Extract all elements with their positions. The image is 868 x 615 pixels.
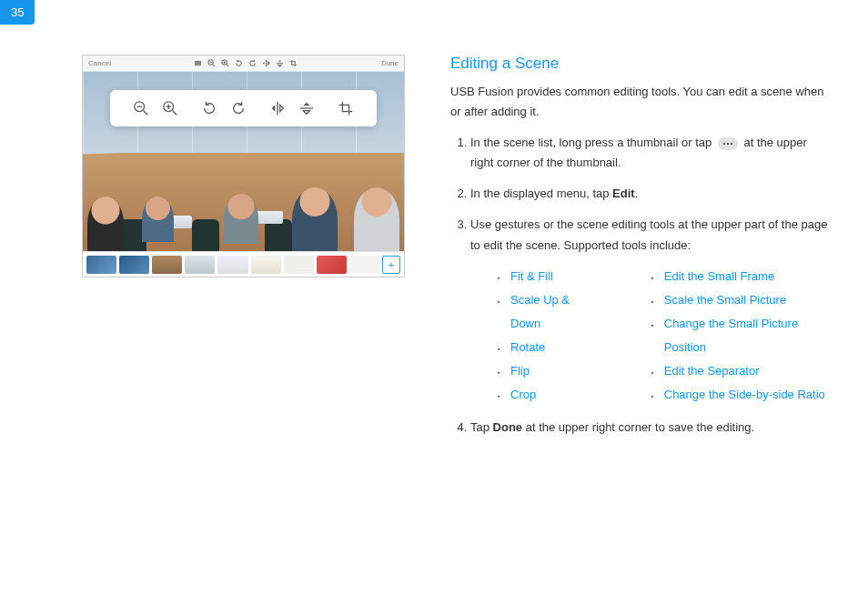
rotate-cw-icon: [230, 100, 247, 116]
thumbnail: [119, 256, 149, 274]
scene-thumbnails: +: [83, 251, 404, 277]
step-3: Use gestures or the scene editing tools …: [470, 215, 832, 406]
rotate-ccw-icon: [235, 59, 243, 67]
thumbnail: [185, 256, 215, 274]
section-heading: Editing a Scene: [450, 55, 832, 73]
svg-rect-0: [195, 61, 201, 66]
done-keyword: Done: [493, 420, 523, 434]
cancel-label: Cancel: [88, 59, 111, 67]
tool-link[interactable]: Scale the Small Picture: [664, 293, 786, 307]
thumbnail: [251, 256, 281, 274]
tool-link[interactable]: Fit & Fill: [510, 269, 553, 283]
rotate-cw-icon: [248, 59, 257, 67]
editor-topbar: Cancel Done: [83, 55, 404, 72]
thumbnail: [349, 256, 379, 274]
tool-link[interactable]: Change the Small Picture Position: [664, 317, 798, 354]
step-text: Tap: [470, 420, 493, 434]
page-content: Cancel Done: [0, 0, 868, 449]
svg-point-20: [727, 143, 729, 145]
step-1: In the scene list, long press a thumbnai…: [470, 133, 832, 173]
tool-link-item: Change the Side-by-side Ratio: [651, 383, 832, 407]
zoom-out-icon: [133, 100, 149, 116]
text-column: Editing a Scene USB Fusion provides comm…: [450, 55, 832, 449]
figure-column: Cancel Done: [82, 55, 405, 449]
tool-link-item: Scale Up & Down: [498, 288, 597, 336]
rotate-ccw-icon: [201, 100, 217, 116]
tool-link-item: Edit the Small Frame: [651, 265, 832, 288]
zoom-out-icon: [207, 59, 216, 67]
tool-link[interactable]: Scale Up & Down: [510, 293, 570, 330]
tool-link[interactable]: Crop: [510, 388, 536, 401]
crop-icon: [338, 100, 354, 116]
tools-link-grid: Fit & Fill Scale Up & Down Rotate Flip C…: [498, 265, 832, 407]
tool-link-item: Edit the Separator: [651, 359, 832, 383]
svg-line-2: [213, 65, 215, 66]
flip-horizontal-icon: [269, 100, 286, 116]
step-text: .: [635, 187, 639, 200]
editor-topbar-tools: [194, 59, 298, 67]
tool-link[interactable]: Change the Side-by-side Ratio: [664, 388, 825, 401]
svg-line-5: [227, 65, 228, 66]
tools-column-left: Fit & Fill Scale Up & Down Rotate Flip C…: [498, 265, 597, 407]
svg-line-14: [172, 111, 177, 116]
edit-keyword: Edit: [612, 187, 635, 200]
tool-link[interactable]: Edit the Separator: [664, 364, 760, 378]
step-text: at the upper right corner to save the ed…: [522, 420, 754, 434]
tool-link-item: Flip: [498, 359, 597, 383]
tool-link-item: Scale the Small Picture: [651, 288, 832, 312]
tool-link[interactable]: Flip: [510, 364, 530, 378]
step-text: Use gestures or the scene editing tools …: [470, 217, 827, 251]
flip-vertical-icon: [276, 59, 284, 67]
crop-icon: [289, 59, 298, 67]
thumbnail: [217, 256, 247, 274]
svg-point-21: [731, 143, 732, 145]
tool-link-item: Change the Small Picture Position: [651, 312, 832, 359]
add-scene-button: +: [382, 256, 400, 274]
tool-link-item: Fit & Fill: [498, 265, 597, 288]
tool-callout: [110, 90, 377, 126]
more-icon: [718, 137, 738, 150]
thumbnail: [152, 256, 182, 274]
fit-fill-icon: [194, 59, 202, 67]
page-number-badge: 35: [0, 0, 35, 25]
tool-link[interactable]: Rotate: [510, 340, 545, 354]
step-text: In the scene list, long press a thumbnai…: [470, 136, 715, 149]
svg-point-19: [723, 143, 725, 145]
tool-link[interactable]: Edit the Small Frame: [664, 269, 774, 283]
tools-column-right: Edit the Small Frame Scale the Small Pic…: [651, 265, 832, 407]
steps-list: In the scene list, long press a thumbnai…: [450, 133, 832, 438]
step-4: Tap Done at the upper right corner to sa…: [470, 418, 832, 438]
scene-editor-screenshot: Cancel Done: [82, 55, 405, 277]
done-label: Done: [381, 59, 399, 67]
tool-link-item: Crop: [498, 383, 597, 407]
flip-vertical-icon: [298, 100, 315, 116]
intro-paragraph: USB Fusion provides common editing tools…: [450, 82, 832, 122]
flip-horizontal-icon: [262, 59, 270, 67]
thumbnail: [284, 256, 314, 274]
step-2: In the displayed menu, tap Edit.: [470, 184, 832, 204]
thumbnail: [317, 256, 347, 274]
step-text: In the displayed menu, tap: [470, 187, 612, 200]
zoom-in-icon: [221, 59, 229, 67]
thumbnail: [86, 256, 116, 274]
tool-link-item: Rotate: [498, 336, 597, 359]
svg-line-11: [143, 111, 147, 116]
zoom-in-icon: [162, 100, 178, 116]
